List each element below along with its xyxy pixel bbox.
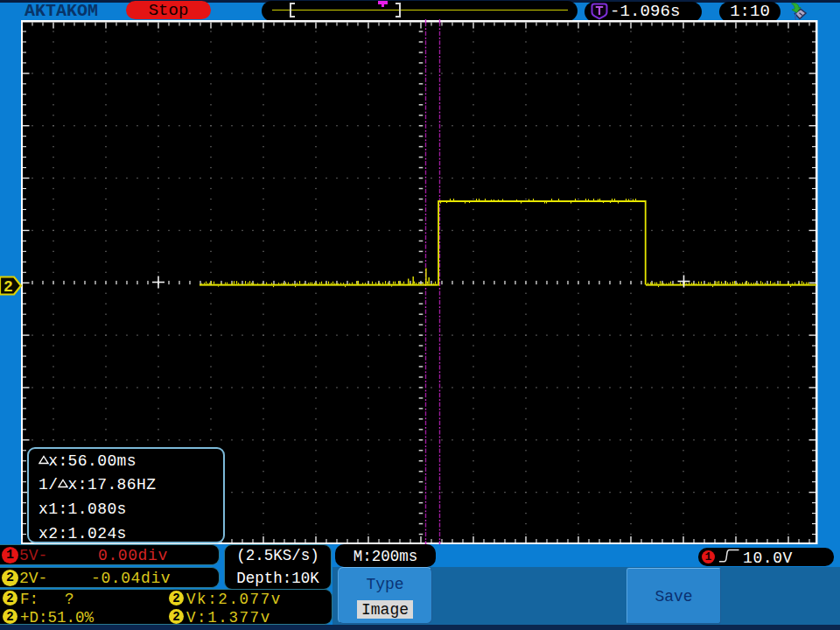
- svg-text:2: 2: [4, 278, 13, 296]
